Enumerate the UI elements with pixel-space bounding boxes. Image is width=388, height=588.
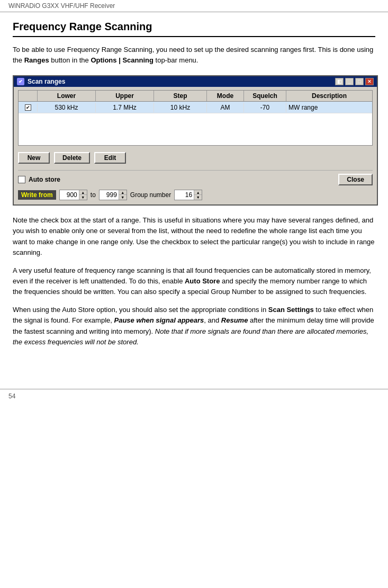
scan-table-header: Lower Upper Step Mode Squelch Descriptio…	[19, 91, 372, 102]
paragraph-1: Note the check box at the start of a ran…	[13, 215, 375, 258]
auto-store-label: Auto store	[29, 176, 60, 183]
group-spin-down[interactable]: ▼	[194, 195, 202, 200]
from-value-input[interactable]	[60, 191, 79, 199]
p3-middle: , and	[204, 316, 221, 324]
page-footer: 54	[0, 389, 388, 403]
scan-ranges-dialog: ✔ Scan ranges ◧ _ □ ✕ Lower Upper Step	[13, 75, 378, 206]
row-checkbox[interactable]: ✔	[19, 103, 38, 112]
new-button[interactable]: New	[18, 152, 50, 164]
paragraph-3: When using the Auto Store option, you sh…	[13, 305, 375, 348]
from-spin-input[interactable]: ▲ ▼	[59, 190, 87, 200]
close-button[interactable]: Close	[338, 174, 373, 185]
page-number: 54	[8, 393, 15, 400]
row-mode: AM	[207, 103, 244, 112]
auto-store-row: Auto store Close	[18, 170, 373, 185]
to-spin-up[interactable]: ▲	[119, 190, 127, 195]
group-spin-input[interactable]: ▲ ▼	[174, 190, 202, 200]
to-label: to	[91, 191, 96, 199]
group-spin-arrows: ▲ ▼	[194, 190, 202, 200]
dialog-title-text: Scan ranges	[28, 78, 65, 85]
intro-text-between: button in the	[49, 56, 91, 64]
from-spin-up[interactable]: ▲	[79, 190, 87, 195]
dialog-icon: ✔	[17, 78, 24, 85]
delete-button[interactable]: Delete	[54, 152, 90, 164]
col-lower: Lower	[38, 91, 96, 101]
paragraph-2: A very useful feature of frequency range…	[13, 265, 375, 297]
from-spin-arrows: ▲ ▼	[79, 190, 87, 200]
row-lower: 530 kHz	[38, 103, 96, 112]
edit-button[interactable]: Edit	[94, 152, 126, 164]
to-spin-down[interactable]: ▼	[119, 195, 127, 200]
intro-text-after: top-bar menu.	[154, 56, 198, 64]
dialog-restore-btn[interactable]: ◧	[335, 78, 344, 85]
p3-pause-bold-italic: Pause when signal appears	[114, 316, 204, 324]
dialog-maximize-btn[interactable]: □	[355, 78, 364, 85]
group-spin-up[interactable]: ▲	[194, 190, 202, 195]
dialog-titlebar: ✔ Scan ranges ◧ _ □ ✕	[14, 76, 377, 87]
col-squelch: Squelch	[244, 91, 286, 101]
table-row[interactable]: ✔ 530 kHz 1.7 MHz 10 kHz AM -70 MW range	[19, 102, 372, 113]
col-description: Description	[286, 91, 372, 101]
intro-options-bold: Options | Scanning	[91, 56, 153, 64]
group-value-input[interactable]	[175, 191, 194, 199]
dialog-window-controls: ◧ _ □ ✕	[335, 78, 374, 85]
dialog-body: Lower Upper Step Mode Squelch Descriptio…	[14, 87, 377, 204]
nde-buttons-row: New Delete Edit	[18, 150, 373, 166]
page-header: WiNRADiO G3XX VHF/UHF Receiver	[0, 0, 388, 12]
header-title: WiNRADiO G3XX VHF/UHF Receiver	[8, 2, 115, 10]
col-checkbox	[19, 91, 38, 101]
dialog-minimize-btn[interactable]: _	[345, 78, 354, 85]
scan-table-empty-area	[19, 113, 372, 145]
row-squelch: -70	[244, 103, 286, 112]
intro-paragraph: To be able to use Frequency Range Scanni…	[13, 44, 375, 66]
group-number-label: Group number	[130, 191, 171, 199]
row-upper: 1.7 MHz	[96, 103, 154, 112]
p3-before-scansettings: When using the Auto Store option, you sh…	[13, 306, 268, 314]
col-step: Step	[154, 91, 207, 101]
auto-store-checkbox[interactable]	[18, 176, 25, 183]
page-title: Frequency Range Scanning	[13, 21, 375, 37]
scan-table: Lower Upper Step Mode Squelch Descriptio…	[18, 90, 373, 146]
p3-resume-bold-italic: Resume	[221, 316, 248, 324]
to-spin-input[interactable]: ▲ ▼	[99, 190, 127, 200]
to-spin-arrows: ▲ ▼	[119, 190, 127, 200]
write-from-row: Write from ▲ ▼ to ▲ ▼ Group number	[18, 190, 373, 200]
from-spin-down[interactable]: ▼	[79, 195, 87, 200]
intro-ranges-bold: Ranges	[24, 56, 49, 64]
col-upper: Upper	[96, 91, 154, 101]
auto-store-left: Auto store	[18, 176, 60, 183]
main-content: Frequency Range Scanning To be able to u…	[0, 12, 388, 368]
col-mode: Mode	[207, 91, 244, 101]
checkbox-checked[interactable]: ✔	[25, 104, 31, 111]
row-description: MW range	[286, 103, 372, 112]
to-value-input[interactable]	[100, 191, 119, 199]
write-from-label: Write from	[18, 190, 56, 200]
p2-auto-store-bold: Auto Store	[185, 277, 220, 285]
p3-scansettings-bold: Scan Settings	[268, 306, 314, 314]
dialog-title-left: ✔ Scan ranges	[17, 78, 65, 85]
dialog-close-icon-btn[interactable]: ✕	[365, 78, 374, 85]
row-step: 10 kHz	[154, 103, 207, 112]
